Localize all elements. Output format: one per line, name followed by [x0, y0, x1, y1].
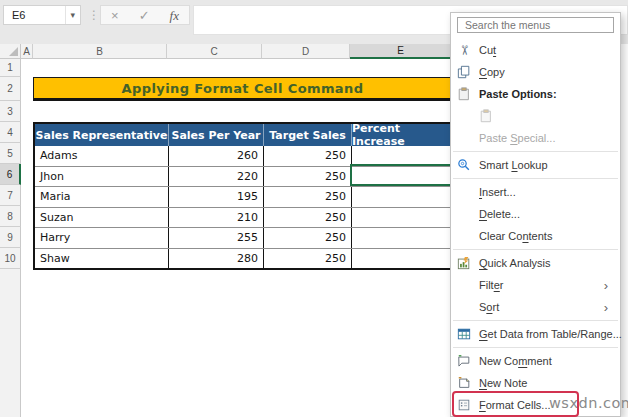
table-cell[interactable]: Harry: [35, 228, 169, 248]
menu-item-label: Filter: [479, 279, 503, 291]
table-cell[interactable]: 250: [264, 249, 352, 269]
table-cell[interactable]: Maria: [35, 187, 169, 207]
submenu-chevron-icon: ›: [604, 300, 608, 315]
menu-item-get-data-from-table-range[interactable]: Get Data from Table/Range...: [451, 323, 620, 345]
menu-item-label: Copy: [479, 66, 505, 78]
name-box-value: E6: [4, 9, 65, 21]
row-header-4[interactable]: 4: [0, 122, 21, 143]
column-header-C[interactable]: C: [167, 44, 262, 59]
menu-item-quick-analysis[interactable]: Quick Analysis: [451, 252, 620, 274]
column-header-D[interactable]: D: [262, 44, 350, 59]
table-cell[interactable]: 260: [169, 146, 264, 166]
menu-item-paste-options[interactable]: Paste Options:: [451, 83, 620, 105]
select-all-corner[interactable]: [0, 44, 21, 59]
table-header-cell[interactable]: Sales Representative: [35, 124, 169, 146]
paste-icon: [477, 108, 495, 124]
table-cell[interactable]: 195: [169, 187, 264, 207]
menu-item-filter[interactable]: Filter›: [451, 274, 620, 296]
menu-item-copy[interactable]: Copy: [451, 61, 620, 83]
table-cell[interactable]: 255: [169, 228, 264, 248]
row-header-8[interactable]: 8: [0, 206, 21, 227]
menu-item-new-comment[interactable]: New Comment: [451, 350, 620, 372]
chevron-down-icon[interactable]: ▾: [65, 6, 80, 24]
get-data-icon: [455, 326, 473, 342]
menu-item-cut[interactable]: ✂Cut: [451, 39, 620, 61]
table-row: Suzan210250: [35, 208, 450, 229]
row-header-10[interactable]: 10: [0, 248, 21, 269]
table-cell[interactable]: Jhon: [35, 167, 169, 187]
table-header-row: Sales RepresentativeSales Per YearTarget…: [35, 124, 450, 146]
row-header-3[interactable]: 3: [0, 101, 21, 122]
watermark: wsxdn.com: [549, 395, 628, 411]
menu-item-label: Sort: [479, 301, 499, 313]
row-header-5[interactable]: 5: [0, 143, 21, 164]
menu-item-paste-special: Paste Special...: [451, 127, 620, 149]
search-input[interactable]: [457, 17, 614, 33]
row-header-1[interactable]: 1: [0, 59, 21, 77]
table-cell[interactable]: [352, 146, 450, 166]
row-header-7[interactable]: 7: [0, 185, 21, 206]
no-icon: [455, 228, 473, 244]
row-header-9[interactable]: 9: [0, 227, 21, 248]
name-box[interactable]: E6 ▾: [3, 5, 81, 25]
menu-item-label: Paste Options:: [479, 88, 557, 100]
table-header-cell[interactable]: Sales Per Year: [169, 124, 264, 146]
cut-icon: ✂: [455, 42, 473, 58]
menu-item-label: Get Data from Table/Range...: [479, 328, 622, 340]
no-icon: [455, 299, 473, 315]
column-header-E[interactable]: E: [350, 44, 452, 59]
row-header-2[interactable]: 2: [0, 77, 21, 101]
paste-option-button[interactable]: [451, 105, 620, 127]
menu-item-smart-lookup[interactable]: Smart Lookup: [451, 154, 620, 176]
table-cell[interactable]: 220: [169, 167, 264, 187]
menu-item-label: Delete...: [479, 208, 520, 220]
menu-item-label: Paste Special...: [479, 132, 555, 144]
menu-item-new-note[interactable]: New Note: [451, 372, 620, 394]
table-cell[interactable]: 250: [264, 187, 352, 207]
data-table: Sales RepresentativeSales Per YearTarget…: [33, 122, 452, 270]
column-header-B[interactable]: B: [33, 44, 167, 59]
menu-item-label: Quick Analysis: [479, 257, 551, 269]
menu-separator: [453, 320, 618, 321]
table-cell[interactable]: [352, 228, 450, 248]
no-icon: [455, 184, 473, 200]
table-cell[interactable]: 280: [169, 249, 264, 269]
table-cell[interactable]: 210: [169, 208, 264, 228]
select-all-triangle-icon: [9, 47, 18, 56]
new-comment-icon: [455, 353, 473, 369]
copy-icon: [455, 64, 473, 80]
format-cells-icon: [455, 397, 473, 413]
table-cell[interactable]: [352, 249, 450, 269]
excel-window: E6 ▾ ⋮ ×✓fx ABCDE 12345678910 Applying F…: [0, 0, 628, 417]
menu-item-insert[interactable]: Insert...: [451, 181, 620, 203]
table-row: Harry255250: [35, 228, 450, 249]
active-cell-selection: [350, 164, 452, 186]
confirm-icon[interactable]: ✓: [139, 9, 150, 22]
table-header-cell[interactable]: Percent Increase: [352, 124, 450, 146]
sheet-title-banner[interactable]: Applying Format Cell Command: [33, 77, 452, 101]
column-header-A[interactable]: A: [21, 44, 33, 59]
toolbar-separator-dots: ⋮: [88, 8, 100, 22]
cancel-icon[interactable]: ×: [111, 9, 119, 22]
no-icon: [455, 277, 473, 293]
row-header-strip: [0, 269, 21, 417]
menu-separator: [453, 178, 618, 179]
table-header-cell[interactable]: Target Sales: [264, 124, 352, 146]
menu-item-sort[interactable]: Sort›: [451, 296, 620, 318]
row-header-6[interactable]: 6: [0, 164, 21, 185]
function-icon[interactable]: fx: [170, 9, 179, 22]
menu-item-clear-contents[interactable]: Clear Contents: [451, 225, 620, 247]
table-cell[interactable]: Adams: [35, 146, 169, 166]
table-cell[interactable]: [352, 208, 450, 228]
menu-item-delete[interactable]: Delete...: [451, 203, 620, 225]
menu-item-label: Format Cells...: [479, 399, 551, 411]
table-cell[interactable]: Suzan: [35, 208, 169, 228]
table-cell[interactable]: [352, 187, 450, 207]
table-cell[interactable]: Shaw: [35, 249, 169, 269]
menu-separator: [453, 249, 618, 250]
no-icon: [455, 206, 473, 222]
table-cell[interactable]: 250: [264, 167, 352, 187]
table-cell[interactable]: 250: [264, 208, 352, 228]
table-cell[interactable]: 250: [264, 146, 352, 166]
table-cell[interactable]: 250: [264, 228, 352, 248]
